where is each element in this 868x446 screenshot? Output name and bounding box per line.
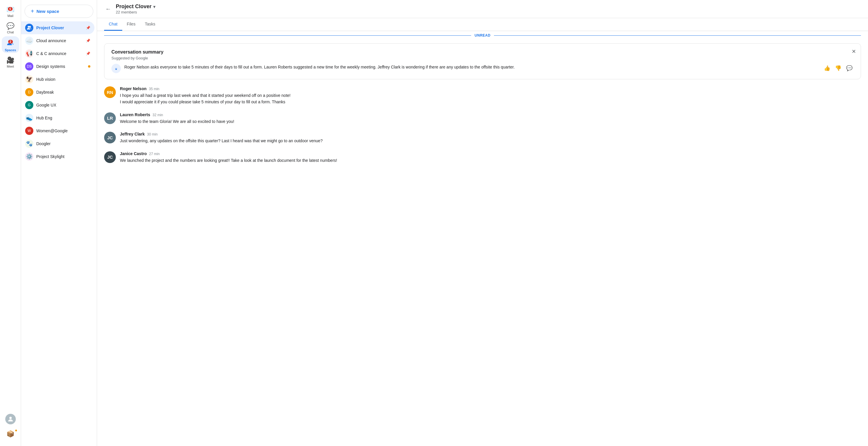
thumbs-down-button[interactable]: 👎 [834,64,842,72]
sidebar-item-daybreak[interactable]: D Daybreak [21,86,94,99]
sidebar-label-doogler: Doogler [36,141,90,146]
nav-label-chat: Chat [7,30,14,34]
summary-text: Roger Nelson asks everyone to take 5 min… [124,64,819,70]
chat-icon: 💬 [6,22,14,30]
notification-dot [14,429,18,432]
header-info: Project Clover ▾ 22 members [116,3,861,14]
unread-line-right [494,35,861,36]
message-text-lauren-roberts: Welcome to the team Gloria! We are all s… [120,118,861,125]
doogler-icon: 🐾 [25,140,33,148]
new-space-button[interactable]: + New space [25,5,93,18]
summary-close-button[interactable]: ✕ [851,48,856,55]
nav-item-chat[interactable]: 💬 Chat [2,20,19,35]
chat-area: UNREAD Conversation summary Suggested by… [97,31,868,446]
title-dropdown-icon[interactable]: ▾ [153,4,155,9]
sidebar-item-hub-eng[interactable]: 👟 Hub Eng [21,112,94,124]
sidebar-item-c-and-c[interactable]: 📢 C & C announce 📌 [21,47,94,60]
back-button[interactable]: ← [104,4,112,13]
new-space-label: New space [36,9,59,14]
sidebar-item-hub-vision[interactable]: 🦅 Hub vision [21,73,94,86]
sidebar-label-design-systems: Design systems [36,64,85,69]
avatar-janice-castro: JC [104,151,116,163]
sender-name-jeffrey-clark: Jeffrey Clark [120,132,145,137]
pin-icon-1: 📌 [86,39,90,43]
mail-badge: 6 [8,7,12,11]
tabs-bar: Chat Files Tasks [97,18,868,31]
unread-divider: UNREAD [97,31,868,40]
message-time-janice-castro: 27 min [149,152,160,156]
nav-notifications[interactable]: 📦 [2,428,19,439]
nav-item-meet[interactable]: 🎥 Meet [2,54,19,69]
summary-down-icon [112,64,121,73]
sidebar-label-hub-vision: Hub vision [36,77,90,82]
sidebar-item-design-systems[interactable]: DS Design systems [21,60,94,73]
header-members: 22 members [116,10,861,14]
left-nav: ✉️ 6 Mail 💬 Chat 2 Spaces 🎥 Meet [0,0,21,446]
comment-button[interactable]: 💬 [845,64,854,72]
message-content-roger-nelson: Roger Nelson 35 min I hope you all had a… [120,86,861,106]
sidebar-item-project-clover[interactable]: Project Clover 📌 [21,21,94,34]
thumbs-up-button[interactable]: 👍 [823,64,832,72]
sidebar-item-project-skylight[interactable]: ⚙️ Project Skylight [21,150,94,163]
sidebar-item-google-ux[interactable]: G Google UX [21,99,94,112]
chat-header: ← Project Clover ▾ 22 members [97,0,868,18]
message-header-roger-nelson: Roger Nelson 35 min [120,86,861,91]
message-text-jeffrey-clark: Just wondering, any updates on the offsi… [120,138,861,144]
summary-card: Conversation summary Suggested by Google… [104,43,861,79]
main-content: ← Project Clover ▾ 22 members Chat Files… [97,0,868,446]
tab-chat[interactable]: Chat [104,18,122,31]
message-time-roger-nelson: 35 min [149,87,159,91]
design-systems-icon: DS [25,62,33,70]
sidebar-label-women-google: Women@Google [36,128,90,133]
sidebar-item-women-google[interactable]: W Women@Google [21,124,94,137]
sidebar: + New space Project Clover 📌 ☁️ Cloud an… [21,0,97,446]
women-google-icon: W [25,127,33,135]
header-title: Project Clover ▾ [116,3,861,10]
sidebar-list: Project Clover 📌 ☁️ Cloud announce 📌 📢 C… [21,20,97,164]
unread-label: UNREAD [475,33,491,37]
project-skylight-icon: ⚙️ [25,152,33,161]
message-content-janice-castro: Janice Castro 27 min We launched the pro… [120,151,861,163]
unread-line-left [104,35,471,36]
plus-icon: + [31,8,34,14]
tab-files[interactable]: Files [122,18,141,31]
message-lauren-roberts: LR Lauren Roberts 32 min Welcome to the … [97,109,868,128]
nav-item-mail[interactable]: ✉️ 6 Mail [2,3,19,19]
sidebar-item-cloud-announce[interactable]: ☁️ Cloud announce 📌 [21,34,94,47]
nav-label-mail: Mail [7,14,13,18]
project-clover-icon [25,24,33,32]
sender-name-janice-castro: Janice Castro [120,151,147,156]
message-text-roger-nelson-2: I would appreciate it if you could pleas… [120,99,861,105]
message-header-janice-castro: Janice Castro 27 min [120,151,861,156]
cloud-announce-icon: ☁️ [25,37,33,45]
summary-title: Conversation summary [112,50,854,55]
google-ux-icon: G [25,101,33,109]
pin-icon-2: 📌 [86,52,90,56]
pin-icon-0: 📌 [86,26,90,30]
summary-body: Roger Nelson asks everyone to take 5 min… [112,64,854,73]
space-title: Project Clover [116,3,152,10]
nav-bottom: 📦 [2,412,19,443]
avatar-jeffrey-clark: JC [104,132,116,143]
svg-point-4 [29,26,31,28]
sidebar-item-doogler[interactable]: 🐾 Doogler [21,137,94,150]
nav-item-spaces[interactable]: 2 Spaces [2,36,19,53]
nav-label-spaces: Spaces [5,48,16,52]
user-avatar [5,414,16,424]
sidebar-header: + New space [21,0,97,20]
avatar-roger-nelson: RN [104,86,116,98]
message-content-jeffrey-clark: Jeffrey Clark 30 min Just wondering, any… [120,132,861,144]
message-text-janice-castro: We launched the project and the numbers … [120,157,861,163]
avatar-lauren-roberts: LR [104,112,116,124]
message-content-lauren-roberts: Lauren Roberts 32 min Welcome to the tea… [120,112,861,125]
svg-point-3 [28,26,30,28]
daybreak-icon: D [25,88,33,96]
message-time-jeffrey-clark: 30 min [147,132,158,137]
hub-eng-icon: 👟 [25,114,33,122]
nav-user-avatar[interactable] [2,412,19,425]
tab-tasks[interactable]: Tasks [140,18,160,31]
notifications-icon: 📦 [6,430,14,438]
message-janice-castro: JC Janice Castro 27 min We launched the … [97,148,868,167]
sidebar-label-daybreak: Daybreak [36,90,90,94]
sidebar-label-cloud-announce: Cloud announce [36,38,83,43]
